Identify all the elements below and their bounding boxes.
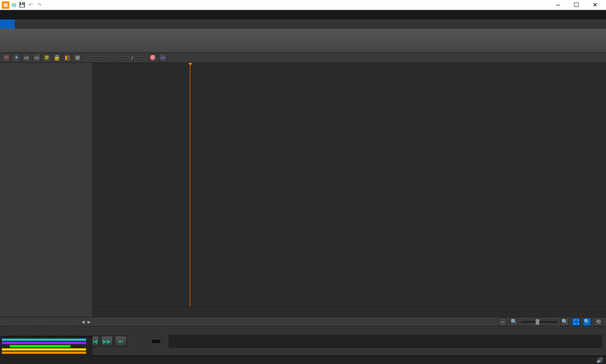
sel-prev-icon[interactable]: ◀: [81, 320, 85, 324]
sub-btn-1[interactable]: ⟲: [2, 54, 10, 62]
selection-info-bar: ◀ ▶ − 🔍 🔍 ⛶ 🔍 ⟲: [0, 317, 606, 326]
menu-bar: [0, 10, 606, 19]
ribbon-tabs: [0, 19, 606, 29]
sub-btn-4[interactable]: ▭: [32, 54, 41, 62]
skip-end-button[interactable]: ⏭: [115, 336, 127, 347]
clip-info-grid: [132, 341, 135, 341]
master-meter: [169, 335, 602, 348]
zoom-slider[interactable]: [521, 321, 558, 323]
timeline[interactable]: [93, 63, 606, 317]
zoom-fit-icon[interactable]: ⛶: [572, 318, 580, 326]
forward-button[interactable]: ▶▶: [101, 336, 113, 347]
sub-btn-6[interactable]: 🔒: [53, 54, 61, 62]
sub-btn-end[interactable]: ▭: [159, 54, 167, 62]
app-icon: ▦: [2, 1, 9, 9]
sub-btn-8[interactable]: ⊞: [73, 54, 81, 62]
timeline-ruler[interactable]: [93, 307, 606, 317]
social-links: [604, 19, 606, 29]
title-bar: ▦ ▤ 💾 ↶ ↷ ─ ☐ ✕: [0, 0, 606, 10]
qa-save-icon[interactable]: 💾: [19, 1, 26, 9]
sub-btn-3[interactable]: ▭: [22, 54, 31, 62]
sel-next-icon[interactable]: ▶: [87, 320, 91, 324]
metronome-icon[interactable]: 🎯: [149, 54, 157, 62]
close-button[interactable]: ✕: [586, 0, 604, 10]
maximize-button[interactable]: ☐: [567, 0, 586, 10]
timeline-rows: [93, 63, 606, 307]
start-value[interactable]: [6, 321, 40, 323]
main-toolbar: [0, 29, 606, 53]
playhead[interactable]: [190, 63, 190, 307]
sub-btn-5[interactable]: ⚙: [43, 54, 51, 62]
sub-btn-7[interactable]: ◧: [63, 54, 71, 62]
minimize-button[interactable]: ─: [549, 0, 567, 10]
timesig-numerator[interactable]: [118, 57, 130, 59]
tempo-value[interactable]: [89, 57, 110, 59]
timesig-denominator[interactable]: [135, 57, 147, 59]
volume-icon[interactable]: 🔊: [596, 357, 603, 364]
window-controls: ─ ☐ ✕: [549, 0, 604, 10]
track-panel: [0, 63, 93, 317]
quick-access-toolbar: ▦ ▤ 💾 ↶ ↷: [2, 1, 43, 9]
qa-redo-icon[interactable]: ↷: [35, 1, 43, 9]
main-area: [0, 63, 606, 317]
ribbon-tab-file[interactable]: [0, 19, 15, 29]
zoom-in-mag-icon[interactable]: 🔍: [561, 318, 569, 326]
qa-undo-icon[interactable]: ↶: [27, 1, 34, 9]
zoom-out-mag-icon[interactable]: 🔍: [510, 318, 518, 326]
zoom-out-icon[interactable]: −: [499, 318, 507, 326]
zoom-sel-icon[interactable]: 🔍: [583, 318, 591, 326]
transport-time: [151, 339, 161, 344]
qa-new-icon[interactable]: ▤: [10, 1, 18, 9]
zoom-reset-icon[interactable]: ⟲: [594, 318, 602, 326]
tempo-toolbar: ⟲ ✦ ▭ ▭ ⚙ 🔒 ◧ ⊞ / 🎯 ▭: [0, 53, 606, 63]
clip-range-grid: [141, 341, 144, 341]
sub-btn-2[interactable]: ✦: [12, 54, 20, 62]
end-value[interactable]: [45, 321, 79, 323]
